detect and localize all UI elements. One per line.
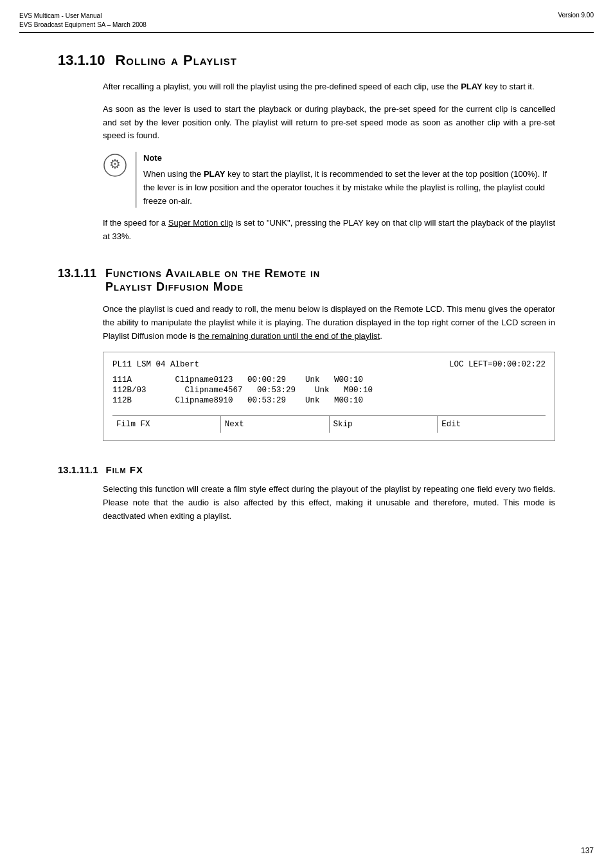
section-13111-para1: Selecting this function will create a fi…	[103, 483, 555, 523]
play-bold-2: PLAY	[204, 169, 225, 179]
lcd-row-2: 112B/03 Clipname4567 00:53:29 Unk M00:10	[112, 386, 546, 395]
lcd-row-3: 112B Clipname8910 00:53:29 Unk M00:10	[112, 396, 546, 405]
section-1311-para1: Once the playlist is cued and ready to r…	[103, 303, 555, 343]
section-1310-para3: If the speed for a Super Motion clip is …	[103, 217, 555, 244]
section-13111-title: Film FX	[106, 464, 143, 475]
super-motion-link: Super Motion clip	[168, 218, 233, 228]
section-13111-heading: 13.1.11.1 Film FX	[58, 464, 594, 475]
lcd-button-film-fx-label: Film FX	[116, 420, 150, 429]
play-bold-1: PLAY	[461, 82, 482, 91]
lcd-display-box: PL11 LSM 04 Albert LOC LEFT=00:00:02:22 …	[103, 352, 555, 441]
remaining-duration-link: the remaining duration until the end of …	[198, 331, 380, 341]
section-1311-heading: 13.1.11 Functions Available on the Remot…	[58, 267, 594, 294]
page-container: EVS Multicam - User Manual EVS Broadcast…	[0, 0, 613, 868]
lcd-button-next-label: Next	[225, 420, 244, 429]
lcd-header-left: PL11 LSM 04 Albert	[112, 360, 199, 369]
section-1310-number: 13.1.10	[58, 52, 105, 69]
lcd-header-row: PL11 LSM 04 Albert LOC LEFT=00:00:02:22	[112, 360, 546, 369]
section-1310-para1: After recalling a playlist, you will rol…	[103, 80, 555, 94]
lcd-buttons-area: Film FX Next Skip Edit	[112, 415, 546, 433]
section-1311-number: 13.1.11	[58, 267, 96, 280]
lcd-button-edit: Edit	[438, 416, 546, 433]
header-version: Version 9.00	[558, 12, 594, 19]
lcd-row-1: 111A Clipname0123 00:00:29 Unk W00:10	[112, 375, 546, 384]
lcd-button-edit-label: Edit	[441, 420, 461, 429]
note-icon: ⚙	[103, 153, 127, 177]
header-title: EVS Multicam - User Manual	[19, 12, 147, 21]
lcd-data-rows: 111A Clipname0123 00:00:29 Unk W00:10 11…	[112, 375, 546, 405]
page-number: 137	[581, 846, 594, 855]
svg-text:⚙: ⚙	[109, 157, 121, 171]
page-header: EVS Multicam - User Manual EVS Broadcast…	[19, 12, 594, 33]
note-text: When using the PLAY key to start the pla…	[143, 168, 555, 208]
lcd-button-film-fx: Film FX	[112, 416, 221, 433]
section-1310-para2: As soon as the lever is used to start th…	[103, 103, 555, 143]
note-content: Note When using the PLAY key to start th…	[135, 152, 555, 208]
lcd-button-next: Next	[221, 416, 330, 433]
section-13111-number: 13.1.11.1	[58, 464, 98, 475]
note-container: ⚙ Note When using the PLAY key to start …	[103, 152, 555, 208]
lcd-button-skip-label: Skip	[333, 420, 353, 429]
section-1310-title: Rolling a Playlist	[115, 52, 236, 69]
header-subtitle: EVS Broadcast Equipment SA – March 2008	[19, 21, 147, 30]
lcd-header-right: LOC LEFT=00:00:02:22	[449, 360, 546, 369]
header-left: EVS Multicam - User Manual EVS Broadcast…	[19, 12, 147, 30]
note-label: Note	[143, 152, 555, 165]
section-1310-heading: 13.1.10 Rolling a Playlist	[58, 52, 594, 69]
section-13111: 13.1.11.1 Film FX Selecting this functio…	[19, 464, 594, 523]
lcd-button-skip: Skip	[330, 416, 438, 433]
section-1311-title: Functions Available on the Remote inPlay…	[105, 267, 320, 294]
